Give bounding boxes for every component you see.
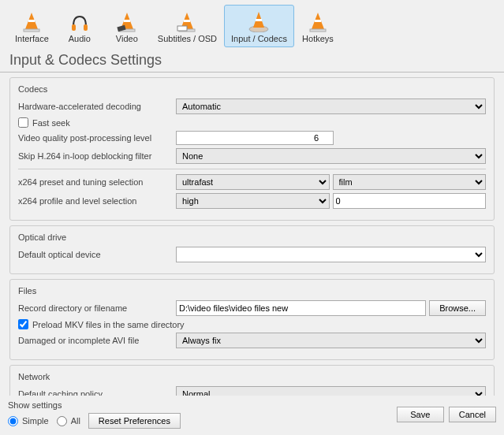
avi-label: Damaged or incomplete AVI file xyxy=(18,336,176,345)
skip-label: Skip H.264 in-loop deblocking filter xyxy=(18,151,176,161)
footer: Show settings Simple All Reset Preferenc… xyxy=(0,396,504,435)
skip-select[interactable]: None xyxy=(176,148,486,164)
codecs-group: Codecs Hardware-accelerated decoding Aut… xyxy=(9,77,495,221)
fast-seek-input[interactable] xyxy=(18,117,28,128)
x264-level-input[interactable] xyxy=(333,193,487,209)
svg-rect-12 xyxy=(177,26,187,31)
cone-icon xyxy=(307,9,329,32)
tab-label: Audio xyxy=(69,34,91,43)
svg-rect-1 xyxy=(24,29,39,32)
record-label: Record directory or filename xyxy=(18,303,176,313)
reset-button[interactable]: Reset Preferences xyxy=(88,413,181,429)
show-all-radio[interactable]: All xyxy=(57,416,80,426)
svg-rect-15 xyxy=(256,19,262,21)
show-simple-radio[interactable]: Simple xyxy=(8,416,49,426)
optical-device-label: Default optical device xyxy=(18,250,176,259)
tab-video[interactable]: Video xyxy=(103,5,151,47)
tab-input-codecs[interactable]: Input / Codecs xyxy=(224,5,294,47)
divider xyxy=(0,72,504,72)
group-title: Optical drive xyxy=(18,232,486,242)
tab-label: Video xyxy=(116,34,138,43)
svg-rect-18 xyxy=(315,20,321,22)
hw-decode-select[interactable]: Automatic xyxy=(176,99,486,114)
record-input[interactable] xyxy=(176,300,426,316)
content-area: Codecs Hardware-accelerated decoding Aut… xyxy=(0,77,504,416)
optical-group: Optical drive Default optical device xyxy=(9,225,495,274)
tab-audio[interactable]: Audio xyxy=(56,5,103,47)
optical-device-select[interactable] xyxy=(176,247,486,262)
hw-decode-label: Hardware-accelerated decoding xyxy=(18,102,176,111)
x264-preset-select[interactable]: ultrafast xyxy=(176,174,330,190)
cone-disc-icon xyxy=(248,9,270,32)
page-title: Input & Codecs Settings xyxy=(0,47,504,72)
files-group: Files Record directory or filename Brows… xyxy=(9,279,495,360)
x264-preset-label: x264 preset and tuning selection xyxy=(18,177,176,187)
browse-button[interactable]: Browse... xyxy=(429,300,486,316)
divider xyxy=(18,169,486,169)
cone-subtitle-icon xyxy=(176,9,198,32)
cone-film-icon xyxy=(116,9,138,32)
preload-input[interactable] xyxy=(18,319,28,329)
tab-interface[interactable]: Interface xyxy=(8,5,56,47)
preload-checkbox[interactable]: Preload MKV files in the same directory xyxy=(18,319,185,329)
svg-rect-17 xyxy=(310,29,326,32)
x264-profile-select[interactable]: high xyxy=(176,193,330,209)
svg-rect-4 xyxy=(84,24,88,31)
tab-label: Input / Codecs xyxy=(231,34,287,43)
svg-rect-2 xyxy=(28,20,35,22)
settings-toolbar: Interface Audio Video Subtitles / OSD In… xyxy=(0,0,504,47)
tab-label: Hotkeys xyxy=(302,34,334,43)
group-title: Codecs xyxy=(18,84,486,94)
tab-subtitles[interactable]: Subtitles / OSD xyxy=(151,5,224,47)
preload-label: Preload MKV files in the same directory xyxy=(32,320,185,329)
cancel-button[interactable]: Cancel xyxy=(449,407,496,422)
group-title: Files xyxy=(18,286,486,296)
tab-hotkeys[interactable]: Hotkeys xyxy=(294,5,342,47)
vq-spinner[interactable] xyxy=(176,131,334,145)
show-settings-label: Show settings xyxy=(8,400,181,410)
cone-icon xyxy=(21,9,43,32)
save-button[interactable]: Save xyxy=(397,407,444,422)
tab-label: Interface xyxy=(15,34,49,43)
x264-profile-label: x264 profile and level selection xyxy=(18,196,176,206)
tab-label: Subtitles / OSD xyxy=(158,34,217,43)
vq-label: Video quality post-processing level xyxy=(18,133,176,143)
svg-rect-7 xyxy=(124,20,130,22)
x264-tuning-select[interactable]: film xyxy=(333,174,487,190)
headphones-icon xyxy=(69,9,91,32)
group-title: Network xyxy=(18,372,486,381)
fast-seek-label: Fast seek xyxy=(32,118,70,128)
svg-rect-3 xyxy=(72,24,76,31)
avi-select[interactable]: Always fix xyxy=(176,333,486,348)
fast-seek-checkbox[interactable]: Fast seek xyxy=(18,117,70,128)
svg-rect-11 xyxy=(184,20,190,22)
